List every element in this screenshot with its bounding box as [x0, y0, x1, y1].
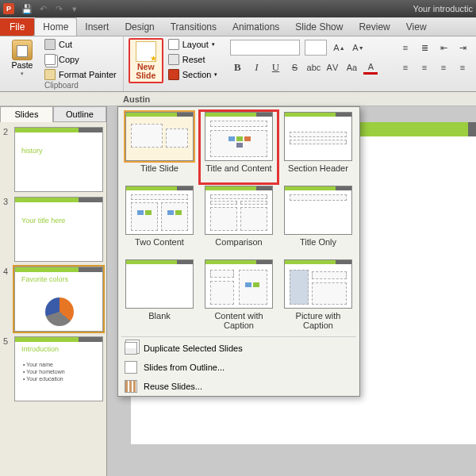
copy-icon [44, 54, 56, 65]
italic-button[interactable]: I [249, 60, 263, 75]
bold-button[interactable]: B [230, 60, 244, 75]
layout-label: Title and Content [205, 163, 271, 182]
align-center-button[interactable]: ≡ [417, 60, 432, 75]
layout-label: Section Header [288, 163, 348, 182]
shrink-font-button[interactable]: A▼ [351, 40, 365, 55]
bullets-button[interactable]: ≡ [398, 40, 413, 55]
brush-icon [44, 69, 56, 80]
chevron-down-icon: ▾ [21, 71, 24, 77]
numbering-button[interactable]: ≣ [417, 40, 432, 55]
slide-corner [468, 122, 476, 136]
ribbon-tabs: File Home Insert Design Transitions Anim… [0, 17, 476, 36]
tab-view[interactable]: View [398, 18, 435, 36]
slide-thumbnail[interactable]: 4 Favorite colors [3, 267, 103, 332]
undo-icon[interactable]: ↶ [37, 3, 48, 14]
layout-label: Layout [182, 40, 209, 49]
section-label: Section [182, 70, 212, 79]
reset-button[interactable]: Reset [167, 53, 220, 66]
layout-label: Title Only [300, 237, 336, 256]
file-tab[interactable]: File [0, 18, 34, 36]
reset-label: Reset [182, 55, 205, 64]
new-slide-label: New Slide [136, 63, 155, 80]
justify-button[interactable]: ≡ [455, 60, 470, 75]
slides-group: New Slide Layout▾ Reset Section▾ [124, 36, 225, 91]
copy-button[interactable]: Copy [43, 53, 118, 66]
duplicate-slides-command[interactable]: Duplicate Selected Slides [118, 339, 359, 358]
tab-review[interactable]: Review [351, 18, 397, 36]
command-label: Reuse Slides... [144, 382, 202, 391]
format-painter-button[interactable]: Format Painter [43, 68, 118, 81]
paste-icon [12, 40, 33, 60]
font-color-button[interactable]: A [363, 60, 378, 75]
outdent-button[interactable]: ⇥ [455, 40, 470, 55]
redo-icon[interactable]: ↷ [53, 3, 64, 14]
align-left-button[interactable]: ≡ [398, 60, 413, 75]
tab-animations[interactable]: Animations [225, 18, 287, 36]
layout-content-with-caption[interactable]: Content with Caption [199, 258, 278, 332]
copy-label: Copy [59, 55, 79, 64]
tab-home[interactable]: Home [34, 17, 77, 36]
underline-button[interactable]: U [268, 60, 282, 75]
spacing-button[interactable]: AV [325, 60, 340, 75]
outline-tab[interactable]: Outline [53, 106, 106, 122]
document-title: Your introductic [413, 4, 473, 13]
slide-thumbnail[interactable]: 3 Your title here [3, 197, 103, 262]
thumb-title: history [21, 147, 43, 155]
format-painter-label: Format Painter [59, 70, 117, 79]
slides-from-outline-command[interactable]: Slides from Outline... [118, 358, 359, 377]
clipboard-group: Paste ▾ Cut Copy Format Painter Clipboar… [0, 36, 124, 91]
title-bar: P 💾 ↶ ↷ ▾ Your introductic [0, 0, 476, 17]
font-name-combo[interactable] [230, 40, 300, 56]
tab-slideshow[interactable]: Slide Show [287, 18, 351, 36]
save-icon[interactable]: 💾 [21, 3, 33, 14]
paste-button[interactable]: Paste ▾ [5, 38, 40, 79]
shadow-button[interactable]: abc [306, 60, 321, 75]
tab-transitions[interactable]: Transitions [163, 18, 225, 36]
layout-label: Content with Caption [201, 311, 277, 330]
tab-insert[interactable]: Insert [77, 18, 117, 36]
layout-label: Title Slide [140, 163, 178, 182]
layout-title-slide[interactable]: Title Slide [120, 110, 199, 184]
slide-thumbnail[interactable]: 2 history [3, 127, 103, 192]
paste-label: Paste [12, 61, 33, 70]
layout-title-and-content[interactable]: Title and Content [199, 110, 278, 184]
change-case-button[interactable]: Aa [344, 60, 359, 75]
slide-panel: Slides Outline 2 history 3 Your title he… [0, 106, 107, 476]
chevron-down-icon: ▾ [212, 41, 215, 48]
align-right-button[interactable]: ≡ [436, 60, 451, 75]
tab-design[interactable]: Design [117, 18, 162, 36]
layout-two-content[interactable]: Two Content [120, 184, 199, 258]
duplicate-icon [125, 342, 137, 355]
powerpoint-icon: P [3, 3, 14, 14]
layout-title-only[interactable]: Title Only [278, 184, 358, 258]
cut-button[interactable]: Cut [43, 38, 118, 51]
font-size-combo[interactable] [305, 40, 327, 56]
layout-section-header[interactable]: Section Header [278, 110, 358, 184]
new-slide-layout-gallery: Title Slide Title and Content Section He… [117, 106, 360, 397]
section-icon [168, 69, 179, 80]
strikethrough-button[interactable]: S [287, 60, 301, 75]
font-group: A▲ A▼ ≡ ≣ ⇤ ⇥ B I U S abc AV Aa A ≡ ≡ ≡ … [224, 36, 476, 91]
new-slide-icon [136, 41, 156, 62]
cut-label: Cut [59, 40, 72, 49]
slides-tab[interactable]: Slides [0, 106, 53, 122]
command-label: Duplicate Selected Slides [144, 344, 243, 353]
section-button[interactable]: Section▾ [167, 68, 220, 81]
theme-name: Austin [123, 94, 150, 104]
indent-button[interactable]: ⇤ [436, 40, 451, 55]
layout-picture-with-caption[interactable]: Picture with Caption [278, 258, 358, 332]
layout-blank[interactable]: Blank [120, 258, 199, 332]
thumb-title: Introduction [21, 345, 59, 353]
slide-number: 4 [3, 267, 11, 276]
layout-button[interactable]: Layout▾ [167, 38, 220, 51]
new-slide-button[interactable]: New Slide [129, 38, 163, 83]
layout-comparison[interactable]: Comparison [199, 184, 278, 258]
layout-label: Two Content [135, 237, 184, 256]
quick-access-toolbar: 💾 ↶ ↷ ▾ [21, 3, 80, 14]
reuse-slides-command[interactable]: Reuse Slides... [118, 377, 359, 396]
grow-font-button[interactable]: A▲ [332, 40, 346, 55]
slide-thumbnail[interactable]: 5 Introduction• Your name• Your hometown… [3, 336, 103, 401]
pie-chart-icon [45, 298, 74, 326]
slide-number: 5 [3, 336, 11, 346]
qat-dropdown-icon[interactable]: ▾ [69, 3, 80, 14]
